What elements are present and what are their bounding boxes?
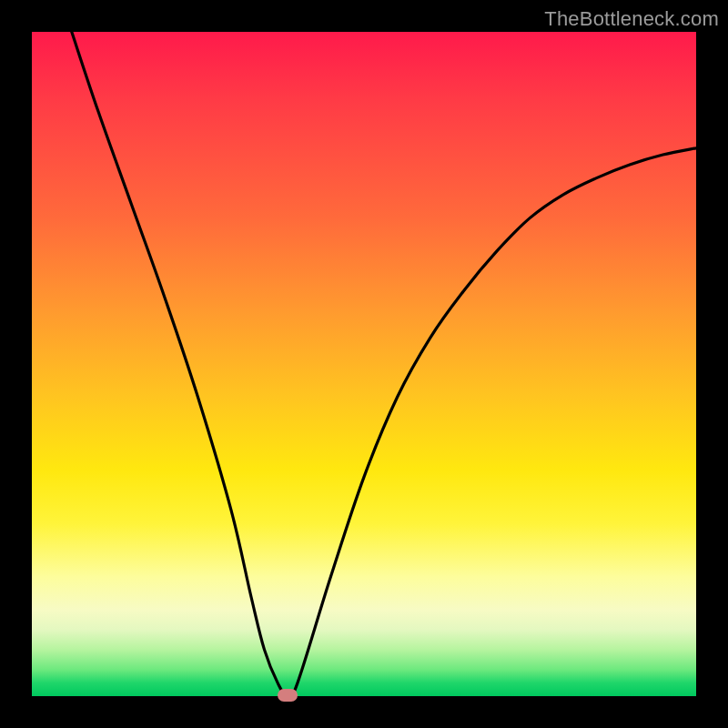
- plot-area: [32, 32, 696, 696]
- optimal-point-marker: [278, 689, 298, 702]
- watermark-text: TheBottleneck.com: [544, 7, 719, 31]
- bottleneck-curve: [32, 32, 696, 696]
- chart-container: TheBottleneck.com: [0, 0, 728, 728]
